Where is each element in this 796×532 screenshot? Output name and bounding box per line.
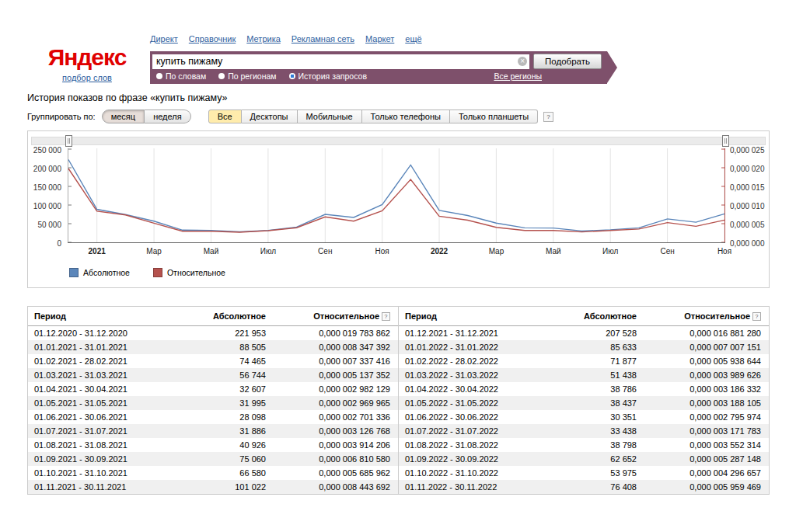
nav-link[interactable]: Директ bbox=[150, 34, 178, 43]
nav-link[interactable]: Рекламная сеть bbox=[292, 34, 354, 43]
table-row: 01.09.2022 - 30.09.202262 6520,000 005 2… bbox=[399, 452, 769, 466]
regions-link[interactable]: Все регионы bbox=[494, 71, 542, 81]
y-tick-label: 150 000 bbox=[33, 183, 61, 192]
cell-period: 01.10.2021 - 31.10.2021 bbox=[34, 466, 184, 480]
table-row: 01.03.2022 - 31.03.202251 4380,000 003 9… bbox=[399, 368, 769, 382]
cell-rel: 0,000 002 982 129 bbox=[274, 382, 390, 396]
x-tick-label: Сен bbox=[660, 247, 674, 256]
device-tab[interactable]: Десктопы bbox=[242, 110, 298, 123]
group-by-button[interactable]: месяц bbox=[102, 110, 145, 123]
y-tick-label: 0,000 025 bbox=[730, 146, 765, 155]
cell-period: 01.09.2021 - 30.09.2021 bbox=[34, 452, 184, 466]
nav-link[interactable]: ещё bbox=[405, 34, 421, 43]
device-tab[interactable]: Только телефоны bbox=[362, 110, 450, 123]
relative-help-icon[interactable]: ? bbox=[752, 312, 761, 321]
cell-rel: 0,000 002 969 965 bbox=[274, 396, 390, 410]
cell-abs: 85 633 bbox=[563, 340, 637, 354]
col-period: Период bbox=[405, 307, 555, 325]
range-handle-left-icon[interactable] bbox=[65, 135, 72, 147]
y-axis-left-labels: 050 000100 000150 000200 000250 000 bbox=[28, 148, 65, 243]
cell-period: 01.06.2021 - 30.06.2021 bbox=[34, 410, 184, 424]
cell-abs: 66 580 bbox=[192, 466, 266, 480]
cell-abs: 31 886 bbox=[192, 424, 266, 438]
cell-abs: 76 408 bbox=[563, 480, 637, 494]
cell-rel: 0,000 005 137 352 bbox=[274, 368, 390, 382]
chart-range-slider[interactable] bbox=[31, 137, 766, 145]
table-row: 01.10.2022 - 31.10.202253 9750,000 004 2… bbox=[399, 466, 769, 480]
cell-period: 01.01.2021 - 31.01.2021 bbox=[34, 340, 184, 354]
search-mode-label: По словам bbox=[166, 71, 206, 81]
cell-abs: 28 098 bbox=[192, 410, 266, 424]
col-absolute: Абсолютное bbox=[192, 307, 266, 325]
cell-abs: 71 877 bbox=[563, 354, 637, 368]
cell-abs: 74 465 bbox=[192, 354, 266, 368]
col-relative: Относительное? bbox=[644, 307, 761, 325]
table-row: 01.06.2022 - 30.06.202230 3510,000 002 7… bbox=[399, 410, 769, 424]
table-header: Период Абсолютное Относительное? bbox=[28, 307, 398, 326]
search-row: × Подобрать bbox=[150, 51, 607, 71]
clear-search-icon[interactable]: × bbox=[518, 57, 527, 66]
search-mode-option[interactable]: По регионам bbox=[218, 71, 276, 81]
device-tab[interactable]: Все bbox=[208, 110, 242, 123]
search-input-wrap: × bbox=[152, 54, 529, 69]
search-input[interactable] bbox=[152, 55, 529, 68]
nav-link[interactable]: Маркет bbox=[365, 34, 394, 43]
y-tick-label: 200 000 bbox=[33, 165, 61, 173]
device-tab[interactable]: Только планшеты bbox=[450, 110, 538, 123]
history-chart-svg bbox=[68, 148, 725, 243]
cell-abs: 51 438 bbox=[563, 368, 637, 382]
cell-period: 01.11.2022 - 30.11.2022 bbox=[405, 480, 555, 494]
cell-period: 01.12.2021 - 31.12.2021 bbox=[405, 326, 555, 340]
cell-abs: 38 786 bbox=[563, 382, 637, 396]
group-by-button[interactable]: неделя bbox=[145, 110, 191, 123]
col-period: Период bbox=[34, 307, 184, 325]
device-tabs: ВсеДесктопыМобильныеТолько телефоныТольк… bbox=[208, 110, 538, 123]
cell-period: 01.05.2021 - 31.05.2021 bbox=[34, 396, 184, 410]
tabs-help-icon[interactable]: ? bbox=[543, 112, 553, 122]
cell-rel: 0,000 005 685 962 bbox=[274, 466, 390, 480]
range-handle-right-icon[interactable] bbox=[722, 135, 729, 147]
y-tick-label: 0,000 000 bbox=[730, 239, 765, 248]
cell-abs: 88 505 bbox=[192, 340, 266, 354]
y-tick-label: 250 000 bbox=[33, 146, 61, 155]
y-tick-label: 0,000 005 bbox=[730, 221, 765, 229]
cell-rel: 0,000 008 347 392 bbox=[274, 340, 390, 354]
table-row: 01.06.2021 - 30.06.202128 0980,000 002 7… bbox=[28, 410, 398, 424]
yandex-logo[interactable]: Яндекс bbox=[40, 45, 134, 70]
wordstat-page: ДиректСправочникМетрикаРекламная сетьМар… bbox=[0, 0, 796, 532]
cell-abs: 62 652 bbox=[563, 452, 637, 466]
x-tick-label: Июл bbox=[602, 247, 618, 256]
wordstat-home-link[interactable]: подбор слов bbox=[62, 73, 112, 82]
table-row: 01.02.2021 - 28.02.202174 4650,000 007 3… bbox=[28, 354, 398, 368]
table-body-right: 01.12.2021 - 31.12.2021207 5280,000 016 … bbox=[399, 326, 769, 494]
logo-block: Яндекс подбор слов bbox=[40, 45, 134, 84]
cell-abs: 207 528 bbox=[563, 326, 637, 340]
cell-abs: 75 060 bbox=[192, 452, 266, 466]
nav-link[interactable]: Справочник bbox=[189, 34, 236, 43]
x-tick-label: Ноя bbox=[375, 247, 389, 256]
table-row: 01.05.2022 - 31.05.202238 4370,000 003 1… bbox=[399, 396, 769, 410]
cell-period: 01.06.2022 - 30.06.2022 bbox=[405, 410, 555, 424]
device-tab[interactable]: Мобильные bbox=[298, 110, 362, 123]
x-tick-label: Май bbox=[546, 247, 561, 256]
x-tick-label: 2021 bbox=[89, 247, 106, 256]
cell-rel: 0,000 016 881 280 bbox=[644, 326, 761, 340]
cell-rel: 0,000 004 296 657 bbox=[644, 466, 761, 480]
legend-item: Относительное bbox=[153, 268, 225, 277]
search-mode-option[interactable]: По словам bbox=[156, 71, 206, 81]
table-row: 01.10.2021 - 31.10.202166 5800,000 005 6… bbox=[28, 466, 398, 480]
search-mode-option[interactable]: История запросов bbox=[289, 71, 367, 81]
cell-rel: 0,000 002 701 336 bbox=[274, 410, 390, 424]
cell-rel: 0,000 005 938 644 bbox=[644, 354, 761, 368]
relative-help-icon[interactable]: ? bbox=[382, 312, 390, 321]
table-row: 01.11.2021 - 30.11.2021101 0220,000 008 … bbox=[28, 480, 398, 494]
table-row: 01.02.2022 - 28.02.202271 8770,000 005 9… bbox=[399, 354, 769, 368]
y-tick-label: 0 bbox=[57, 239, 61, 248]
submit-button[interactable]: Подобрать bbox=[533, 54, 602, 69]
history-chart-box: 050 000100 000150 000200 000250 000 0,00… bbox=[27, 130, 770, 288]
table-row: 01.01.2022 - 31.01.202285 6330,000 007 0… bbox=[399, 340, 769, 354]
col-relative: Относительное? bbox=[274, 307, 390, 325]
cell-period: 01.04.2021 - 30.04.2021 bbox=[34, 382, 184, 396]
nav-link[interactable]: Метрика bbox=[246, 34, 281, 43]
table-row: 01.04.2021 - 30.04.202132 6070,000 002 9… bbox=[28, 382, 398, 396]
